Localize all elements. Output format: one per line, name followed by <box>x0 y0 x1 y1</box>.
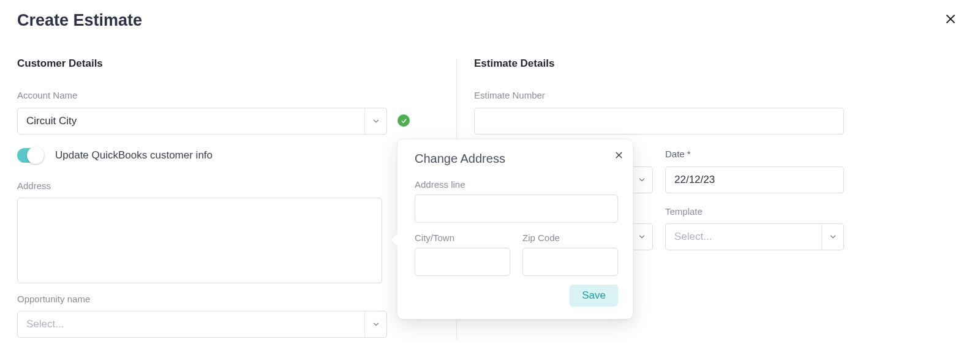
update-quickbooks-toggle[interactable] <box>17 148 44 163</box>
date-input[interactable] <box>665 166 844 193</box>
chevron-down-icon <box>821 224 843 250</box>
template-select[interactable]: Select... <box>665 223 844 250</box>
chevron-down-icon <box>630 167 652 193</box>
opportunity-name-label: Opportunity name <box>17 294 90 304</box>
template-placeholder: Select... <box>674 231 821 243</box>
estimate-number-input[interactable] <box>474 108 844 135</box>
zip-code-label: Zip Code <box>522 233 618 243</box>
popover-close-button[interactable] <box>612 148 625 162</box>
chevron-down-icon <box>630 224 652 250</box>
estimate-details-header: Estimate Details <box>474 58 554 70</box>
account-name-select[interactable]: Circuit City <box>17 108 387 135</box>
popover-title: Change Address <box>415 152 618 166</box>
popover-arrow <box>390 233 404 247</box>
template-label: Template <box>665 206 703 217</box>
close-icon <box>615 151 623 159</box>
address-line-label: Address line <box>415 179 618 190</box>
chevron-down-icon <box>364 108 386 134</box>
account-valid-badge <box>398 114 410 127</box>
opportunity-name-select[interactable]: Select... <box>17 311 387 338</box>
close-icon <box>945 13 956 24</box>
customer-details-header: Customer Details <box>17 58 103 70</box>
address-label: Address <box>17 181 51 191</box>
save-button[interactable]: Save <box>570 285 618 307</box>
toggle-knob <box>27 147 44 164</box>
account-name-label: Account Name <box>17 90 77 100</box>
change-address-popover: Change Address Address line City/Town Zi… <box>397 139 633 319</box>
city-town-input[interactable] <box>415 248 510 276</box>
address-line-input[interactable] <box>415 195 618 223</box>
account-name-value: Circuit City <box>26 115 364 127</box>
city-town-label: City/Town <box>415 233 510 243</box>
update-quickbooks-label: Update QuickBooks customer info <box>55 149 213 162</box>
zip-code-input[interactable] <box>522 248 618 276</box>
opportunity-name-placeholder: Select... <box>26 318 364 330</box>
date-label: Date * <box>665 149 691 159</box>
address-textarea[interactable] <box>17 198 382 283</box>
chevron-down-icon <box>364 311 386 337</box>
estimate-number-label: Estimate Number <box>474 90 545 100</box>
check-icon <box>401 117 407 124</box>
close-button[interactable] <box>943 11 959 27</box>
page-title: Create Estimate <box>17 11 142 30</box>
